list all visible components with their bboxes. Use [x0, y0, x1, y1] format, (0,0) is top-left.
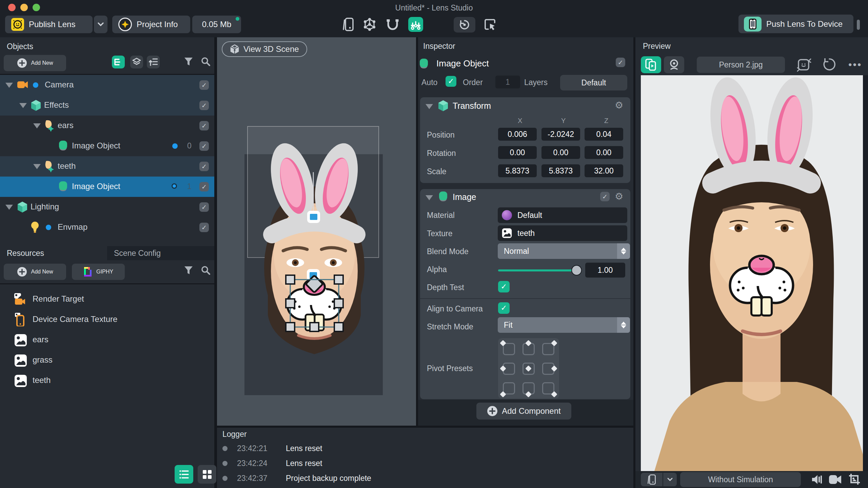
- layers-view-button[interactable]: [130, 56, 143, 68]
- preview-side-strip[interactable]: [863, 75, 868, 471]
- collapse-arrow-icon[interactable]: [5, 83, 13, 88]
- select-tool-icon[interactable]: [482, 16, 497, 33]
- object-enabled-checkbox[interactable]: ✓: [616, 58, 625, 67]
- simulation-device-dropdown[interactable]: [663, 473, 677, 486]
- project-size-button[interactable]: 0.05 Mb: [192, 16, 241, 33]
- tab-resources[interactable]: Resources: [0, 246, 107, 260]
- teeth-enabled-checkbox[interactable]: ✓: [199, 162, 209, 171]
- simulation-device-button[interactable]: [641, 473, 663, 486]
- simulation-mode-select[interactable]: Without Simulation: [680, 472, 801, 487]
- scene-canvas[interactable]: [217, 37, 416, 426]
- scene-graph-icon[interactable]: [362, 16, 377, 33]
- add-component-button[interactable]: Add Component: [476, 403, 571, 420]
- view-3d-scene-button[interactable]: View 3D Scene: [222, 41, 307, 57]
- reset-history-button[interactable]: [454, 17, 475, 33]
- resources-add-new-button[interactable]: Add New: [4, 264, 66, 280]
- collapse-arrow-icon[interactable]: [426, 104, 433, 109]
- record-video-icon[interactable]: [829, 474, 842, 486]
- resource-teeth[interactable]: teeth: [0, 370, 214, 391]
- log-entry[interactable]: 23:42:24 Lens reset: [222, 459, 322, 468]
- effects-enabled-checkbox[interactable]: ✓: [199, 101, 209, 110]
- pivot-top-left[interactable]: [503, 343, 515, 355]
- pivot-middle-right[interactable]: [542, 363, 554, 375]
- collapse-arrow-icon[interactable]: [33, 123, 41, 128]
- log-entry[interactable]: 23:42:21 Lens reset: [222, 444, 322, 453]
- objects-filter-icon[interactable]: [184, 57, 193, 68]
- preview-webcam-button[interactable]: [664, 56, 684, 73]
- resources-search-icon[interactable]: [201, 265, 210, 276]
- stretch-mode-dropdown[interactable]: Fit: [498, 317, 630, 333]
- blend-mode-dropdown[interactable]: Normal: [498, 243, 630, 259]
- layers-default-button[interactable]: Default: [560, 75, 627, 90]
- objects-search-icon[interactable]: [201, 57, 210, 67]
- pivot-bottom-right[interactable]: [542, 382, 554, 394]
- lighting-enabled-checkbox[interactable]: ✓: [199, 202, 209, 212]
- camera-enabled-checkbox[interactable]: ✓: [199, 80, 209, 90]
- alpha-value-input[interactable]: 1.00: [585, 263, 625, 278]
- material-value-field[interactable]: Default: [498, 207, 627, 223]
- tree-row-lighting[interactable]: Lighting ✓: [0, 197, 214, 217]
- preview-source-select[interactable]: Person 2.jpg: [697, 57, 785, 73]
- position-z-input[interactable]: 0.04: [585, 128, 623, 141]
- tree-row-envmap[interactable]: Envmap ✓: [0, 217, 214, 238]
- depth-test-checkbox[interactable]: ✓: [498, 281, 510, 292]
- tree-row-image-object-0[interactable]: Image Object 0 ✓: [0, 136, 214, 156]
- lens-reapply-icon[interactable]: [797, 58, 812, 73]
- pivot-bottom-left[interactable]: [503, 382, 515, 394]
- gear-icon[interactable]: ⚙: [615, 100, 623, 111]
- resource-grass[interactable]: grass: [0, 350, 214, 370]
- collapse-arrow-icon[interactable]: [426, 195, 433, 200]
- image1-enabled-checkbox[interactable]: ✓: [199, 182, 209, 191]
- giphy-button[interactable]: GIPHY: [72, 264, 125, 280]
- manipulation-settings-button[interactable]: [408, 17, 423, 32]
- preview-more-icon[interactable]: •••: [848, 59, 862, 70]
- resources-filter-icon[interactable]: [184, 266, 193, 277]
- collapse-arrow-icon[interactable]: [5, 205, 13, 210]
- preview-media-source-button[interactable]: [641, 56, 661, 73]
- position-x-input[interactable]: 0.006: [498, 128, 537, 141]
- ears-enabled-checkbox[interactable]: ✓: [199, 121, 209, 130]
- collapse-arrow-icon[interactable]: [19, 103, 27, 108]
- snapping-magnet-icon[interactable]: [385, 16, 400, 33]
- image0-enabled-checkbox[interactable]: ✓: [199, 141, 209, 151]
- tree-view-button[interactable]: [112, 56, 125, 68]
- resource-ears[interactable]: ears: [0, 330, 214, 350]
- rotation-x-input[interactable]: 0.00: [498, 146, 537, 159]
- resource-device-camera-texture[interactable]: Device Camera Texture: [0, 309, 214, 330]
- push-lens-to-device-button[interactable]: Push Lens To Device: [738, 15, 853, 33]
- dropdown-spinner-icon[interactable]: [617, 243, 630, 259]
- image-enabled-checkbox[interactable]: ✓: [600, 192, 610, 201]
- alpha-slider-track[interactable]: [498, 269, 573, 271]
- tree-row-camera[interactable]: Camera ✓: [0, 75, 214, 95]
- pivot-center[interactable]: [522, 363, 535, 375]
- texture-value-field[interactable]: teeth: [498, 225, 627, 241]
- auto-checkbox[interactable]: ✓: [446, 76, 456, 87]
- resources-list-view-button[interactable]: [175, 465, 193, 484]
- align-to-camera-checkbox[interactable]: ✓: [498, 302, 510, 314]
- rotation-z-input[interactable]: 0.00: [585, 146, 623, 159]
- publish-lens-button[interactable]: Publish Lens: [5, 16, 93, 33]
- project-info-button[interactable]: Project Info: [112, 16, 190, 33]
- objects-add-new-button[interactable]: Add New: [4, 55, 66, 71]
- position-y-input[interactable]: -2.0242: [541, 128, 580, 141]
- device-preview-icon[interactable]: [341, 16, 355, 33]
- order-input[interactable]: 1: [495, 76, 520, 88]
- tree-row-effects[interactable]: Effects ✓: [0, 95, 214, 116]
- resources-grid-view-button[interactable]: [198, 465, 216, 484]
- collapse-arrow-icon[interactable]: [33, 164, 41, 169]
- audio-icon[interactable]: [811, 474, 823, 486]
- scene-viewport[interactable]: View 3D Scene: [217, 37, 416, 426]
- flat-hierarchy-view-button[interactable]: [147, 56, 160, 68]
- resource-render-target[interactable]: Render Target: [0, 289, 214, 309]
- pivot-top-right[interactable]: [542, 343, 554, 355]
- pivot-middle-left[interactable]: [503, 363, 515, 375]
- log-entry[interactable]: 23:42:37 Project backup complete: [222, 474, 371, 483]
- rotation-y-input[interactable]: 0.00: [541, 146, 580, 159]
- envmap-enabled-checkbox[interactable]: ✓: [199, 223, 209, 232]
- preview-image[interactable]: [641, 75, 863, 471]
- publish-dropdown-button[interactable]: [94, 16, 107, 33]
- pivot-bottom-center[interactable]: [522, 382, 535, 394]
- tree-row-image-object-1-selected[interactable]: Image Object 1 ✓: [0, 177, 214, 197]
- tab-scene-config[interactable]: Scene Config: [107, 246, 214, 260]
- scale-x-input[interactable]: 5.8373: [498, 164, 537, 177]
